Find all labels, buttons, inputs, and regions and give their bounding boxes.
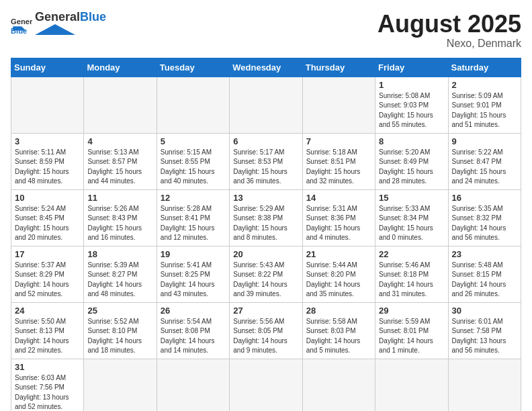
day-number: 6	[233, 136, 298, 146]
day-cell: 12Sunrise: 5:28 AM Sunset: 8:41 PM Dayli…	[157, 189, 229, 246]
day-cell: 11Sunrise: 5:26 AM Sunset: 8:43 PM Dayli…	[84, 189, 157, 246]
day-number: 9	[452, 136, 517, 146]
day-cell: 25Sunrise: 5:52 AM Sunset: 8:10 PM Dayli…	[84, 302, 157, 359]
day-number: 28	[306, 306, 371, 316]
calendar-header: SundayMondayTuesdayWednesdayThursdayFrid…	[11, 58, 521, 77]
day-cell	[448, 359, 521, 411]
day-number: 5	[161, 136, 226, 146]
header-day-friday: Friday	[375, 58, 448, 77]
svg-marker-3	[35, 24, 75, 35]
day-info: Sunrise: 5:52 AM Sunset: 8:10 PM Dayligh…	[87, 317, 152, 356]
header-day-monday: Monday	[84, 58, 157, 77]
day-info: Sunrise: 5:13 AM Sunset: 8:57 PM Dayligh…	[87, 148, 152, 187]
day-info: Sunrise: 5:08 AM Sunset: 9:03 PM Dayligh…	[379, 91, 444, 130]
week-row-2: 3Sunrise: 5:11 AM Sunset: 8:59 PM Daylig…	[11, 133, 521, 189]
day-info: Sunrise: 5:31 AM Sunset: 8:36 PM Dayligh…	[306, 204, 371, 243]
day-info: Sunrise: 5:33 AM Sunset: 8:34 PM Dayligh…	[379, 204, 444, 243]
day-cell	[84, 77, 157, 133]
day-cell: 1Sunrise: 5:08 AM Sunset: 9:03 PM Daylig…	[375, 77, 448, 133]
day-info: Sunrise: 5:24 AM Sunset: 8:45 PM Dayligh…	[15, 204, 80, 243]
day-cell	[157, 77, 229, 133]
day-cell: 20Sunrise: 5:43 AM Sunset: 8:22 PM Dayli…	[230, 246, 302, 302]
day-number: 24	[15, 306, 80, 316]
day-info: Sunrise: 5:41 AM Sunset: 8:25 PM Dayligh…	[161, 261, 226, 300]
day-info: Sunrise: 5:11 AM Sunset: 8:59 PM Dayligh…	[15, 148, 80, 187]
day-cell	[84, 359, 157, 411]
day-cell: 13Sunrise: 5:29 AM Sunset: 8:38 PM Dayli…	[230, 189, 302, 246]
day-number: 19	[161, 249, 226, 259]
day-number: 26	[161, 306, 226, 316]
title-area: August 2025 Nexo, Denmark	[378, 11, 521, 50]
day-number: 21	[306, 249, 371, 259]
day-number: 27	[233, 306, 298, 316]
day-cell: 21Sunrise: 5:44 AM Sunset: 8:20 PM Dayli…	[302, 246, 375, 302]
day-number: 23	[452, 249, 517, 259]
header-day-sunday: Sunday	[11, 58, 84, 77]
svg-text:Blue: Blue	[11, 27, 27, 35]
calendar-subtitle: Nexo, Denmark	[378, 38, 521, 50]
header-row: SundayMondayTuesdayWednesdayThursdayFrid…	[11, 58, 521, 77]
day-info: Sunrise: 5:09 AM Sunset: 9:01 PM Dayligh…	[452, 91, 517, 130]
day-cell: 6Sunrise: 5:17 AM Sunset: 8:53 PM Daylig…	[230, 133, 302, 189]
day-number: 7	[306, 136, 371, 146]
day-info: Sunrise: 5:46 AM Sunset: 8:18 PM Dayligh…	[379, 261, 444, 300]
day-cell: 4Sunrise: 5:13 AM Sunset: 8:57 PM Daylig…	[84, 133, 157, 189]
day-info: Sunrise: 5:37 AM Sunset: 8:29 PM Dayligh…	[15, 261, 80, 300]
day-info: Sunrise: 5:44 AM Sunset: 8:20 PM Dayligh…	[306, 261, 371, 300]
day-number: 3	[15, 136, 80, 146]
day-cell	[157, 359, 229, 411]
day-info: Sunrise: 5:18 AM Sunset: 8:51 PM Dayligh…	[306, 148, 371, 187]
day-cell: 26Sunrise: 5:54 AM Sunset: 8:08 PM Dayli…	[157, 302, 229, 359]
day-cell: 10Sunrise: 5:24 AM Sunset: 8:45 PM Dayli…	[11, 189, 84, 246]
logo-text: GeneralBlue	[35, 11, 106, 24]
day-cell: 27Sunrise: 5:56 AM Sunset: 8:05 PM Dayli…	[230, 302, 302, 359]
day-cell: 2Sunrise: 5:09 AM Sunset: 9:01 PM Daylig…	[448, 77, 521, 133]
day-cell: 16Sunrise: 5:35 AM Sunset: 8:32 PM Dayli…	[448, 189, 521, 246]
day-cell: 19Sunrise: 5:41 AM Sunset: 8:25 PM Dayli…	[157, 246, 229, 302]
week-row-5: 24Sunrise: 5:50 AM Sunset: 8:13 PM Dayli…	[11, 302, 521, 359]
calendar-table: SundayMondayTuesdayWednesdayThursdayFrid…	[11, 58, 521, 411]
day-cell	[302, 359, 375, 411]
day-number: 25	[87, 306, 152, 316]
day-info: Sunrise: 5:48 AM Sunset: 8:15 PM Dayligh…	[452, 261, 517, 300]
day-number: 2	[452, 80, 517, 90]
day-cell: 23Sunrise: 5:48 AM Sunset: 8:15 PM Dayli…	[448, 246, 521, 302]
day-cell: 9Sunrise: 5:22 AM Sunset: 8:47 PM Daylig…	[448, 133, 521, 189]
header-day-tuesday: Tuesday	[157, 58, 229, 77]
day-cell	[230, 359, 302, 411]
header-day-wednesday: Wednesday	[230, 58, 302, 77]
day-cell: 28Sunrise: 5:58 AM Sunset: 8:03 PM Dayli…	[302, 302, 375, 359]
day-cell	[302, 77, 375, 133]
day-info: Sunrise: 5:26 AM Sunset: 8:43 PM Dayligh…	[87, 204, 152, 243]
week-row-4: 17Sunrise: 5:37 AM Sunset: 8:29 PM Dayli…	[11, 246, 521, 302]
logo-icon: General Blue	[11, 13, 32, 35]
day-cell	[375, 359, 448, 411]
day-info: Sunrise: 5:39 AM Sunset: 8:27 PM Dayligh…	[87, 261, 152, 300]
day-info: Sunrise: 6:03 AM Sunset: 7:56 PM Dayligh…	[15, 373, 80, 411]
day-number: 12	[161, 193, 226, 203]
week-row-6: 31Sunrise: 6:03 AM Sunset: 7:56 PM Dayli…	[11, 359, 521, 411]
day-number: 20	[233, 249, 298, 259]
day-info: Sunrise: 5:28 AM Sunset: 8:41 PM Dayligh…	[161, 204, 226, 243]
header-day-saturday: Saturday	[448, 58, 521, 77]
day-number: 10	[15, 193, 80, 203]
day-cell: 14Sunrise: 5:31 AM Sunset: 8:36 PM Dayli…	[302, 189, 375, 246]
day-info: Sunrise: 5:35 AM Sunset: 8:32 PM Dayligh…	[452, 204, 517, 243]
day-cell: 18Sunrise: 5:39 AM Sunset: 8:27 PM Dayli…	[84, 246, 157, 302]
day-info: Sunrise: 5:15 AM Sunset: 8:55 PM Dayligh…	[161, 148, 226, 187]
day-info: Sunrise: 5:17 AM Sunset: 8:53 PM Dayligh…	[233, 148, 298, 187]
day-info: Sunrise: 5:50 AM Sunset: 8:13 PM Dayligh…	[15, 317, 80, 356]
week-row-3: 10Sunrise: 5:24 AM Sunset: 8:45 PM Dayli…	[11, 189, 521, 246]
day-number: 22	[379, 249, 444, 259]
day-info: Sunrise: 5:59 AM Sunset: 8:01 PM Dayligh…	[379, 317, 444, 356]
day-cell	[230, 77, 302, 133]
day-number: 14	[306, 193, 371, 203]
day-number: 18	[87, 249, 152, 259]
day-info: Sunrise: 5:20 AM Sunset: 8:49 PM Dayligh…	[379, 148, 444, 187]
day-cell: 24Sunrise: 5:50 AM Sunset: 8:13 PM Dayli…	[11, 302, 84, 359]
svg-text:General: General	[11, 17, 32, 26]
logo-triangle-icon	[35, 24, 75, 35]
calendar-title: August 2025	[378, 11, 521, 38]
day-info: Sunrise: 5:54 AM Sunset: 8:08 PM Dayligh…	[161, 317, 226, 356]
day-number: 15	[379, 193, 444, 203]
